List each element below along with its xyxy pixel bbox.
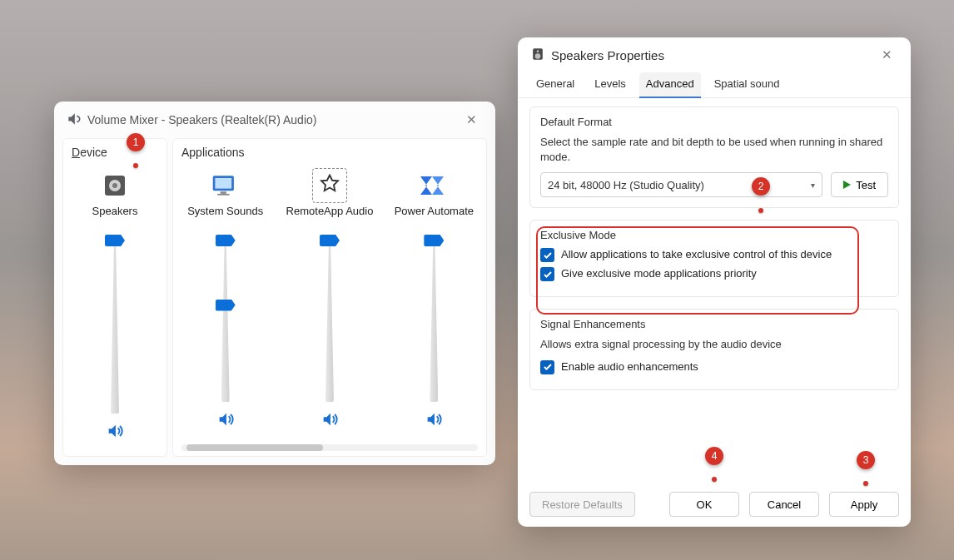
props-tabs: General Levels Advanced Spatial sound <box>518 72 911 98</box>
annotation-stem <box>863 481 868 486</box>
device-name-label: Speakers <box>89 206 142 234</box>
app-mute-button[interactable] <box>320 410 339 433</box>
system-sounds-icon[interactable] <box>209 169 242 202</box>
signal-enhancements-desc: Allows extra signal processing by the au… <box>540 337 888 352</box>
device-section-label: Device <box>63 144 107 164</box>
default-format-desc: Select the sample rate and bit depth to … <box>540 135 888 164</box>
app-remoteapp-audio: RemoteApp Audio <box>277 164 381 444</box>
close-icon[interactable]: ✕ <box>875 44 899 66</box>
apps-horizontal-scrollbar[interactable] <box>181 444 478 451</box>
restore-defaults-button[interactable]: Restore Defaults <box>529 492 635 517</box>
props-titlebar[interactable]: Speakers Properties ✕ <box>518 37 911 72</box>
chevron-down-icon: ▾ <box>811 181 815 190</box>
annotation-badge-4: 4 <box>705 447 723 465</box>
app-volume-slider[interactable] <box>319 240 340 402</box>
device-volume-slider[interactable] <box>104 240 126 414</box>
app-mute-button[interactable] <box>216 410 235 433</box>
enable-enhancements-checkbox[interactable] <box>540 360 554 374</box>
annotation-stem <box>133 163 138 168</box>
sample-rate-combo[interactable]: 24 bit, 48000 Hz (Studio Quality) ▾ <box>540 172 822 197</box>
app-system-sounds: System Sounds <box>173 164 277 444</box>
speaker-icon <box>66 111 82 130</box>
tab-levels[interactable]: Levels <box>588 72 633 97</box>
speaker-icon <box>529 46 546 65</box>
signal-enhancements-title: Signal Enhancements <box>540 318 888 330</box>
app-mute-button[interactable] <box>425 410 443 433</box>
cancel-button[interactable]: Cancel <box>749 492 819 517</box>
restore-defaults-label: Restore Defaults <box>542 498 623 511</box>
annotation-stem <box>758 208 763 213</box>
svg-rect-6 <box>217 194 229 196</box>
svg-rect-4 <box>215 178 231 189</box>
apply-button[interactable]: Apply <box>829 492 899 517</box>
signal-enhancements-group: Signal Enhancements Allows extra signal … <box>529 309 899 390</box>
mixer-title: Volume Mixer - Speakers (Realtek(R) Audi… <box>87 113 316 126</box>
volume-mixer-window: Volume Mixer - Speakers (Realtek(R) Audi… <box>54 102 495 465</box>
annotation-highlight-exclusive <box>536 226 859 315</box>
speakers-device-icon[interactable] <box>98 169 132 202</box>
annotation-stem <box>712 477 717 482</box>
app-volume-slider[interactable] <box>423 240 445 402</box>
svg-point-8 <box>535 53 541 59</box>
ok-button[interactable]: OK <box>669 492 739 517</box>
tab-advanced[interactable]: Advanced <box>639 72 701 98</box>
apps-section-label: Applications <box>173 144 245 164</box>
sample-rate-value: 24 bit, 48000 Hz (Studio Quality) <box>548 179 704 191</box>
app-volume-slider[interactable] <box>215 240 236 402</box>
enable-enhancements-label: Enable audio enhancements <box>561 360 698 373</box>
tab-general[interactable]: General <box>529 72 581 97</box>
annotation-badge-2: 2 <box>752 177 770 196</box>
tab-spatial-sound[interactable]: Spatial sound <box>708 72 787 97</box>
svg-point-9 <box>537 50 539 52</box>
props-title: Speakers Properties <box>551 48 664 62</box>
cancel-label: Cancel <box>768 498 801 511</box>
mixer-titlebar[interactable]: Volume Mixer - Speakers (Realtek(R) Audi… <box>54 102 495 138</box>
app-label: RemoteApp Audio <box>283 206 377 234</box>
app-label: Power Automate <box>391 206 477 234</box>
app-label: System Sounds <box>184 206 266 234</box>
play-icon <box>843 181 851 189</box>
default-format-title: Default Format <box>540 116 888 128</box>
test-button-label: Test <box>856 179 876 191</box>
default-format-group: Default Format Select the sample rate an… <box>529 107 899 208</box>
app-power-automate: Power Automate <box>382 164 486 444</box>
annotation-badge-3: 3 <box>857 451 875 469</box>
annotation-badge-1: 1 <box>127 133 145 151</box>
power-automate-icon[interactable] <box>417 169 450 202</box>
test-button[interactable]: Test <box>831 172 888 197</box>
remoteapp-icon[interactable] <box>313 169 346 202</box>
device-mute-button[interactable] <box>106 422 124 444</box>
svg-point-2 <box>112 183 117 188</box>
applications-panel: Applications System Sounds <box>172 138 487 457</box>
close-icon[interactable]: ✕ <box>460 109 484 131</box>
apply-label: Apply <box>851 498 878 511</box>
device-panel: Device Speakers <box>62 138 167 457</box>
svg-rect-5 <box>220 191 226 194</box>
ok-label: OK <box>697 498 713 511</box>
